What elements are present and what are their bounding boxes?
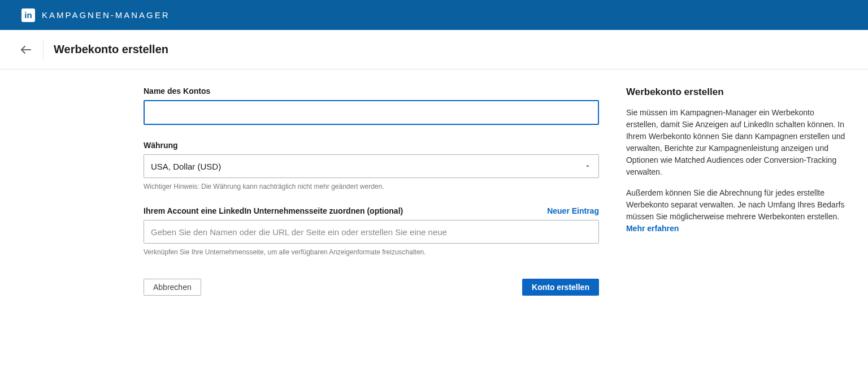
side-paragraph-1: Sie müssen im Kampagnen-Manager ein Werb…: [626, 107, 845, 178]
currency-hint: Wichtiger Hinweis: Die Währung kann nach…: [144, 183, 599, 190]
button-row: Abbrechen Konto erstellen: [144, 279, 599, 296]
linkedin-logo-icon: in: [21, 8, 35, 22]
account-name-label: Name des Kontos: [144, 86, 599, 96]
form-column: Name des Kontos Währung USA, Dollar (USD…: [144, 86, 599, 296]
learn-more-link[interactable]: Mehr erfahren: [626, 224, 679, 233]
account-name-field-block: Name des Kontos: [144, 86, 599, 125]
sub-header: Werbekonto erstellen: [0, 30, 868, 70]
company-page-label: Ihrem Account eine LinkedIn Unternehmens…: [144, 206, 403, 215]
create-account-button[interactable]: Konto erstellen: [522, 279, 599, 296]
account-name-input[interactable]: [144, 100, 599, 125]
side-paragraph-2: Außerdem können Sie die Abrechnung für j…: [626, 187, 845, 235]
page-title: Werbekonto erstellen: [54, 43, 168, 56]
currency-select[interactable]: USA, Dollar (USD): [144, 154, 599, 178]
company-page-input[interactable]: [144, 220, 599, 244]
app-name: KAMPAGNEN-MANAGER: [42, 10, 170, 20]
currency-label: Währung: [144, 141, 599, 150]
company-page-hint: Verknüpfen Sie Ihre Unternehmensseite, u…: [144, 248, 599, 256]
currency-selected-value: USA, Dollar (USD): [151, 162, 221, 171]
currency-field-block: Währung USA, Dollar (USD) Wichtiger Hinw…: [144, 141, 599, 190]
vertical-divider: [43, 40, 44, 60]
new-entry-link[interactable]: Neuer Eintrag: [547, 206, 599, 215]
back-arrow-icon[interactable]: [17, 41, 38, 59]
side-column: Werbekonto erstellen Sie müssen im Kampa…: [626, 86, 845, 296]
side-paragraph-2-text: Außerdem können Sie die Abrechnung für j…: [626, 188, 845, 221]
chevron-down-icon: [584, 162, 592, 170]
cancel-button[interactable]: Abbrechen: [144, 279, 201, 296]
top-bar: in KAMPAGNEN-MANAGER: [0, 0, 868, 30]
side-title: Werbekonto erstellen: [626, 86, 845, 98]
company-page-field-block: Ihrem Account eine LinkedIn Unternehmens…: [144, 206, 599, 256]
